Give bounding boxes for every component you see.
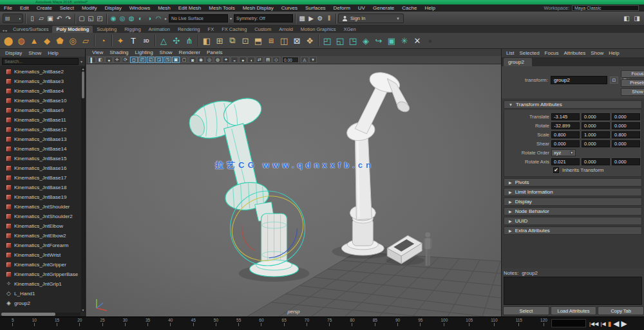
shelf-tab[interactable]: Rendering [174,26,204,33]
scroll-down-icon[interactable]: ▼ [82,308,85,312]
viewport-toolbar-icon[interactable]: ▾ [309,57,317,63]
translate-z-field[interactable]: 0.000 [612,113,640,120]
shelf-tool-icon[interactable] [153,33,157,48]
snap-icon[interactable]: ◐ [136,14,145,23]
viewport-toolbar-icon[interactable]: ◳ [164,57,171,63]
outliner-node-row[interactable]: Kinematics_JntGripper [0,260,85,270]
workspace-dropdown[interactable]: Maya Classic [572,5,639,11]
viewport-toolbar-icon[interactable]: ◱ [147,57,155,63]
attribute-editor-menu-item[interactable]: Attributes [561,50,588,56]
statusline-separator[interactable] [73,14,77,24]
menu-item[interactable]: Mesh [154,5,175,11]
viewport-toolbar-icon[interactable]: ● [239,57,247,63]
frame-tick[interactable]: 110 [491,318,497,330]
current-time-marker[interactable]: ▮ [608,320,612,327]
field-caret-icon[interactable]: ▸ [164,16,168,21]
menuset-dropdown[interactable]: ▤▾ [3,14,23,23]
shelf-tool-icon[interactable]: ⬒ [252,33,265,48]
menu-item[interactable]: Create [33,5,56,11]
outliner-vertical-scrollbar[interactable]: ▲ ▼ [81,67,85,312]
attribute-editor-scroll-area[interactable]: ▼ Transform Attributes Translate -3.145 … [502,98,644,268]
robot-arm-selected[interactable] [185,94,298,277]
shelf-tool-icon[interactable]: ◧ [200,33,213,48]
viewport-toolbar-icon[interactable]: ▢ [180,57,188,63]
section-transform-attributes[interactable]: ▼ Transform Attributes [504,100,642,109]
node-name-field[interactable]: group2 [551,76,607,84]
shelf-tool-icon[interactable]: △ [157,33,170,48]
viewport-toolbar-icon[interactable]: ▤ [264,57,272,63]
viewport-toolbar-icon[interactable]: ⇄ [256,57,263,63]
outliner-node-row[interactable]: Kinematics_JntBase13 [0,134,85,144]
header-button[interactable]: Show [621,88,644,96]
file-action-icon[interactable]: ▱ [37,14,46,23]
frame-tick[interactable]: 95 [418,318,422,330]
scale-x-field[interactable]: 0.800 [551,131,580,138]
shelf-tool-icon[interactable]: ◳ [346,33,359,48]
viewport-toolbar-icon[interactable]: ◧ [97,57,104,63]
selection-mode-icon[interactable]: ▢ [77,14,86,23]
rotate-axis-y-field[interactable]: 0.000 [582,158,610,165]
shelf-tab[interactable]: Rigging [120,26,144,33]
frame-tick[interactable]: 60 [259,318,263,330]
shelf-tool-icon[interactable]: ⊡ [239,33,252,48]
translate-x-field[interactable]: -3.145 [551,113,580,120]
frame-tick[interactable]: 50 [214,318,218,330]
shear-y-field[interactable]: 0.000 [582,140,610,147]
menu-item[interactable]: Deform [330,5,354,11]
selection-mode-icon[interactable]: ◱ [86,14,95,23]
frame-tick[interactable]: 105 [466,318,473,330]
translate-y-field[interactable]: 0.000 [582,113,610,120]
scrollbar-thumb[interactable] [1,313,55,316]
render-icon[interactable]: ‖ [325,14,334,23]
outliner-node-row[interactable]: Kinematics_JntBase19 [0,192,85,202]
shelf-tool-icon[interactable]: ◎ [66,33,79,48]
menu-item[interactable]: Surfaces [301,5,330,11]
node-tab[interactable]: group2 [504,58,532,66]
current-frame-field[interactable] [551,319,586,327]
viewport-toolbar-icon[interactable]: ⟳ [122,57,129,63]
step-back-button[interactable]: |◀ [600,321,605,327]
notes-textarea[interactable] [504,277,642,305]
viewport-canvas[interactable]: 拉艺CG www.qdnxxfb.cn persp [86,64,501,316]
frame-tick[interactable]: 120 [540,318,547,330]
outliner-node-row[interactable]: Kinematics_JntBase16 [0,163,85,173]
shelf-tool-icon[interactable]: ◰ [321,33,334,48]
attribute-editor-button[interactable]: Select [503,306,549,315]
viewport-toolbar-icon[interactable]: ◬ [301,57,308,63]
shelf-tool-icon[interactable]: ⬟ [53,33,66,48]
snap-icon[interactable]: ◠ [154,14,163,23]
shelf-tool-icon[interactable] [109,33,114,48]
shelf-tool-icon[interactable]: ◆ [41,33,53,48]
scale-z-field[interactable]: 0.800 [612,131,640,138]
collapsed-section-header[interactable]: ▶ Display [504,197,642,206]
shelf-tab[interactable]: Poly Modeling [52,26,93,33]
render-icon[interactable]: ▶ [307,14,316,23]
scroll-up-icon[interactable]: ▲ [82,67,85,71]
sidebar-toggle-icon[interactable]: ◧ [622,14,631,23]
frame-tick[interactable]: 20 [77,318,82,330]
collapsed-section-header[interactable]: ▶ UUID [504,217,642,225]
statusline-separator[interactable] [105,14,108,24]
shelf-tool-icon[interactable]: ⧈ [265,33,278,48]
rotate-z-field[interactable]: 0.000 [612,122,640,129]
header-button[interactable]: Presets [621,79,644,87]
outliner-node-row[interactable]: ◈ group2 [0,298,85,308]
outliner-node-row[interactable]: Kinematics_JntBase17 [0,173,85,183]
shelf-tool-icon[interactable]: ◍ [15,33,28,48]
statusline-separator[interactable] [334,14,337,24]
time-slider[interactable]: 5101520253035404550556065707580859095100… [0,316,644,330]
attribute-editor-menu-item[interactable]: List [504,50,516,56]
menu-item[interactable]: Edit [16,5,33,11]
menu-item[interactable]: Modify [78,5,101,11]
snap-icon[interactable]: ◉ [109,14,118,23]
shelf-tool-icon[interactable]: ⬤ [2,33,15,48]
shelf-tab[interactable]: FX Caching [218,26,251,33]
shelf-tab[interactable]: Custom [251,26,275,33]
outliner-node-row[interactable]: Kinematics_JntBase14 [0,144,85,154]
outliner-node-row[interactable]: Kinematics_JntElbow [0,221,85,231]
go-to-start-button[interactable]: |◀◀ [589,321,598,327]
viewport-toolbar-icon[interactable]: ▌ [88,57,96,63]
rotate-order-dropdown[interactable]: xyz ▾ [551,149,576,156]
shelf-tab[interactable]: Motion Graphics [297,26,340,33]
outliner-node-row[interactable]: Kinematics_JntForearm [0,241,85,250]
